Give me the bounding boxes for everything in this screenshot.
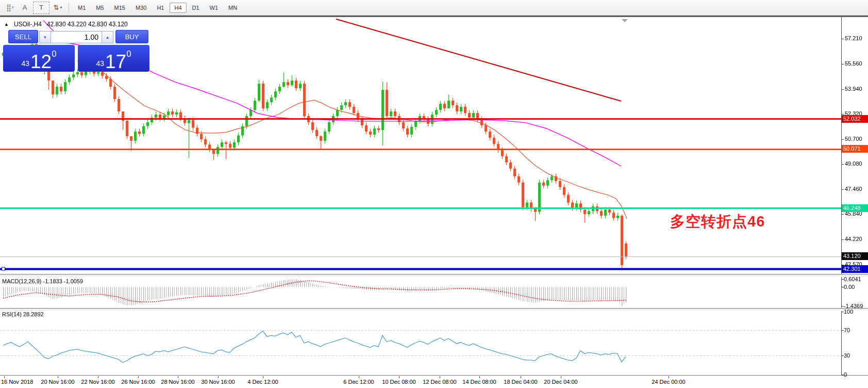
pane-separator[interactable] (0, 308, 868, 311)
macd-axis-label: 0.00 (844, 284, 855, 290)
indicator-dots-icon[interactable]: ⣿F (4, 2, 16, 13)
price-tick-label: 55.560 (845, 60, 862, 67)
time-axis-label: 30 Nov 16:00 (195, 379, 241, 385)
arrange-arrows-icon[interactable]: ⇅▾ (52, 2, 64, 13)
toolbar: ⣿FAT⇅▾M1M5M15M30H1H4D1W1MN (0, 0, 868, 15)
time-tick (58, 376, 58, 378)
price-level-badge: 52.032 (842, 115, 868, 123)
time-axis-label: 16 Nov 2018 (1, 379, 33, 385)
timeframe-m1[interactable]: M1 (73, 3, 90, 13)
timeframe-m15[interactable]: M15 (110, 3, 130, 13)
chart-text-annotation: 多空转折点46 (670, 212, 765, 232)
volume-input[interactable] (51, 31, 102, 43)
timeframe-mn[interactable]: MN (224, 3, 242, 13)
time-axis-label: 24 Dec 00:00 (645, 379, 692, 385)
price-tick-label: 53.940 (845, 86, 862, 92)
timeframe-d1[interactable]: D1 (188, 3, 204, 13)
time-tick (669, 376, 669, 378)
rsi-axis-label: 100 (844, 309, 853, 315)
time-tick (218, 376, 219, 378)
macd-indicator-label: MACD(12,26,9) -1.1833 -1.0059 (2, 278, 83, 284)
buy-price-prefix: 43 (96, 59, 104, 68)
one-click-trading-panel: SELL ▼ ▲ BUY 43120 43170 (3, 29, 149, 72)
rsi-axis-label: 0 (844, 371, 847, 378)
chart-shift-marker-icon[interactable] (622, 19, 628, 22)
sell-price-big: 12 (30, 54, 52, 70)
timeframe-m5[interactable]: M5 (91, 3, 108, 13)
time-tick (359, 376, 359, 378)
toolbar-separator (69, 3, 69, 13)
price-tick-label: 57.210 (845, 35, 862, 41)
time-axis-label: 20 Dec 04:00 (538, 379, 584, 385)
time-tick (4, 376, 5, 378)
symbol-label: USOil-,H4 (14, 21, 42, 28)
time-axis-label: 10 Dec 08:00 (376, 379, 422, 385)
rsi-axis-label: 70 (844, 327, 850, 333)
price-tick-label: 47.460 (845, 186, 862, 192)
timeframe-m30[interactable]: M30 (131, 3, 151, 13)
time-axis-label: 20 Nov 16:00 (35, 379, 81, 385)
timeframe-h1[interactable]: H1 (152, 3, 169, 13)
buy-price-big: 17 (105, 54, 126, 70)
time-tick (263, 376, 263, 378)
time-tick (138, 376, 139, 378)
volume-down-button[interactable]: ▼ (39, 31, 51, 43)
price-level-badge: 46.248 (842, 204, 868, 212)
time-tick (399, 376, 399, 378)
time-axis-label: 14 Dec 08:00 (456, 379, 503, 385)
chart-window-border (0, 15, 868, 17)
rsi-indicator-label: RSI(14) 28.2892 (2, 311, 44, 317)
time-axis: 16 Nov 201820 Nov 16:0022 Nov 16:0026 No… (0, 375, 868, 388)
macd-axis-label: 0.6041 (844, 276, 861, 282)
collapse-icon[interactable]: ▲ (4, 22, 9, 27)
time-axis-label: 22 Nov 16:00 (75, 379, 121, 385)
time-axis-label: 28 Nov 16:00 (155, 379, 201, 385)
ohlc-values: 42.830 43.220 42.830 43.120 (47, 21, 128, 28)
time-tick (561, 376, 561, 378)
volume-stepper: ▼ ▲ (39, 31, 113, 43)
price-level-badge: 50.071 (842, 145, 868, 153)
time-axis-label: 6 Dec 12:00 (336, 379, 382, 385)
text-box-icon[interactable]: T (33, 2, 49, 14)
price-tick-label: 50.700 (845, 136, 862, 142)
price-level-badge: 43.120 (842, 252, 868, 260)
symbol-header: ▲USOil-,H442.830 43.220 42.830 43.120 (4, 21, 128, 28)
buy-price-sup: 0 (126, 49, 131, 59)
mt4-terminal: ⣿FAT⇅▾M1M5M15M30H1H4D1W1MN ▲USOil-,H442.… (0, 0, 868, 388)
sell-price-panel[interactable]: 43120 (3, 45, 75, 72)
time-tick (479, 376, 480, 378)
timeframe-h4[interactable]: H4 (170, 3, 186, 13)
price-tick-label: 44.220 (845, 236, 862, 242)
sell-button[interactable]: SELL (8, 30, 38, 43)
volume-up-button[interactable]: ▲ (102, 31, 113, 43)
time-tick (521, 376, 521, 378)
rsi-axis-label: 30 (844, 352, 850, 359)
time-axis-label: 4 Dec 12:00 (240, 379, 286, 385)
sell-price-prefix: 43 (21, 59, 29, 68)
price-tick-label: 49.080 (845, 160, 862, 167)
text-label-icon[interactable]: A (19, 2, 31, 13)
pane-separator[interactable] (0, 274, 868, 277)
buy-price-panel[interactable]: 43170 (78, 45, 149, 72)
sell-price-sup: 0 (52, 49, 56, 59)
time-tick (98, 376, 98, 378)
time-axis-label: 18 Dec 04:00 (497, 379, 544, 385)
buy-button[interactable]: BUY (115, 30, 148, 43)
time-tick (440, 376, 440, 378)
time-tick (178, 376, 178, 378)
timeframe-w1[interactable]: W1 (205, 3, 223, 13)
price-level-badge: 42.301 (842, 265, 868, 273)
